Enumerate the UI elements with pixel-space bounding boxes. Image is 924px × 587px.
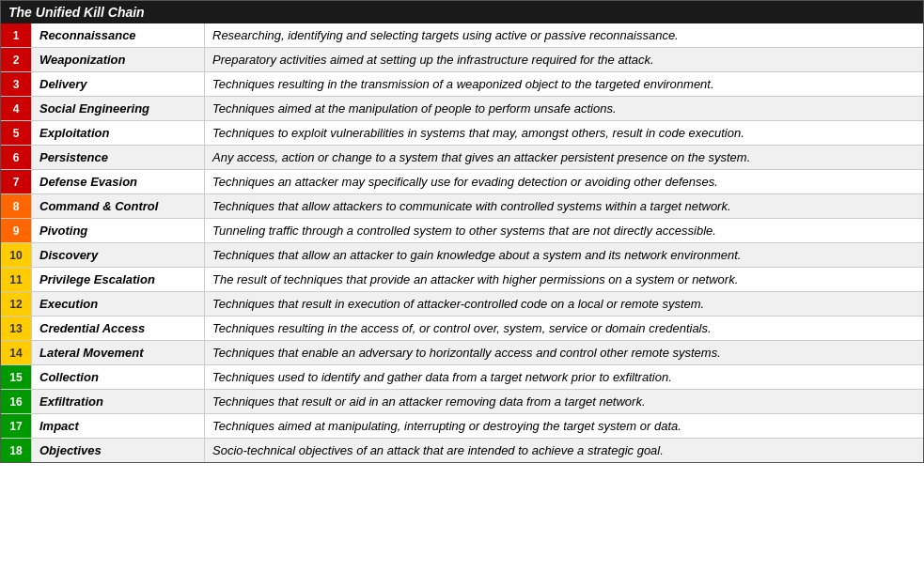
table-row: 4Social EngineeringTechniques aimed at t… (1, 97, 923, 121)
row-number: 17 (1, 414, 31, 438)
technique-name: Impact (31, 414, 205, 438)
technique-name: Exploitation (31, 121, 205, 145)
row-number: 3 (1, 72, 31, 96)
technique-name: Pivoting (31, 219, 205, 242)
technique-name: Defense Evasion (31, 170, 205, 193)
table-body: 1ReconnaissanceResearching, identifying … (1, 23, 923, 462)
technique-description: Techniques aimed at the manipulation of … (205, 97, 923, 120)
table-row: 9PivotingTunneling traffic through a con… (1, 219, 923, 243)
technique-name: Privilege Escalation (31, 268, 205, 291)
table-row: 3DeliveryTechniques resulting in the tra… (1, 72, 923, 97)
table-row: 14Lateral MovementTechniques that enable… (1, 341, 923, 365)
technique-description: Preparatory activities aimed at setting … (205, 48, 923, 71)
technique-name: Social Engineering (31, 97, 205, 120)
technique-description: Techniques that allow attackers to commu… (205, 194, 923, 218)
row-number: 7 (1, 170, 31, 193)
table-row: 16ExfiltrationTechniques that result or … (1, 390, 923, 414)
row-number: 13 (1, 317, 31, 340)
technique-name: Command & Control (31, 194, 205, 218)
table-row: 10DiscoveryTechniques that allow an atta… (1, 243, 923, 268)
table-header: The Unified Kill Chain (1, 1, 923, 23)
kill-chain-table: The Unified Kill Chain 1ReconnaissanceRe… (0, 0, 924, 463)
row-number: 1 (1, 23, 31, 47)
row-number: 14 (1, 341, 31, 364)
technique-name: Persistence (31, 146, 205, 169)
technique-description: Techniques resulting in the access of, o… (205, 317, 923, 340)
technique-name: Execution (31, 292, 205, 316)
technique-description: Socio-technical objectives of an attack … (205, 439, 923, 462)
row-number: 9 (1, 219, 31, 242)
technique-description: Techniques that result or aid in an atta… (205, 390, 923, 413)
technique-name: Weaponization (31, 48, 205, 71)
row-number: 2 (1, 48, 31, 71)
technique-description: Techniques used to identify and gather d… (205, 365, 923, 389)
technique-description: Tunneling traffic through a controlled s… (205, 219, 923, 242)
row-number: 15 (1, 365, 31, 389)
technique-description: Techniques that allow an attacker to gai… (205, 243, 923, 267)
technique-description: Any access, action or change to a system… (205, 146, 923, 169)
row-number: 6 (1, 146, 31, 169)
technique-name: Exfiltration (31, 390, 205, 413)
row-number: 8 (1, 194, 31, 218)
table-row: 18ObjectivesSocio-technical objectives o… (1, 439, 923, 462)
table-row: 11Privilege EscalationThe result of tech… (1, 268, 923, 292)
technique-name: Delivery (31, 72, 205, 96)
technique-name: Discovery (31, 243, 205, 267)
table-row: 15CollectionTechniques used to identify … (1, 365, 923, 390)
row-number: 12 (1, 292, 31, 316)
table-row: 6PersistenceAny access, action or change… (1, 146, 923, 170)
table-row: 12ExecutionTechniques that result in exe… (1, 292, 923, 317)
row-number: 10 (1, 243, 31, 267)
technique-name: Objectives (31, 439, 205, 462)
technique-description: Researching, identifying and selecting t… (205, 23, 923, 47)
technique-description: Techniques an attacker may specifically … (205, 170, 923, 193)
technique-name: Collection (31, 365, 205, 389)
row-number: 11 (1, 268, 31, 291)
table-row: 5ExploitationTechniques to exploit vulne… (1, 121, 923, 146)
technique-description: Techniques that enable an adversary to h… (205, 341, 923, 364)
row-number: 16 (1, 390, 31, 413)
table-row: 17ImpactTechniques aimed at manipulating… (1, 414, 923, 439)
technique-description: The result of techniques that provide an… (205, 268, 923, 291)
technique-name: Reconnaissance (31, 23, 205, 47)
row-number: 18 (1, 439, 31, 462)
table-row: 13Credential AccessTechniques resulting … (1, 317, 923, 341)
row-number: 5 (1, 121, 31, 145)
table-row: 8Command & ControlTechniques that allow … (1, 194, 923, 219)
technique-description: Techniques to exploit vulnerabilities in… (205, 121, 923, 145)
table-row: 1ReconnaissanceResearching, identifying … (1, 23, 923, 48)
technique-name: Credential Access (31, 317, 205, 340)
technique-description: Techniques that result in execution of a… (205, 292, 923, 316)
technique-description: Techniques aimed at manipulating, interr… (205, 414, 923, 438)
table-row: 2WeaponizationPreparatory activities aim… (1, 48, 923, 72)
table-row: 7Defense EvasionTechniques an attacker m… (1, 170, 923, 194)
technique-description: Techniques resulting in the transmission… (205, 72, 923, 96)
row-number: 4 (1, 97, 31, 120)
technique-name: Lateral Movement (31, 341, 205, 364)
table-title: The Unified Kill Chain (8, 5, 145, 20)
